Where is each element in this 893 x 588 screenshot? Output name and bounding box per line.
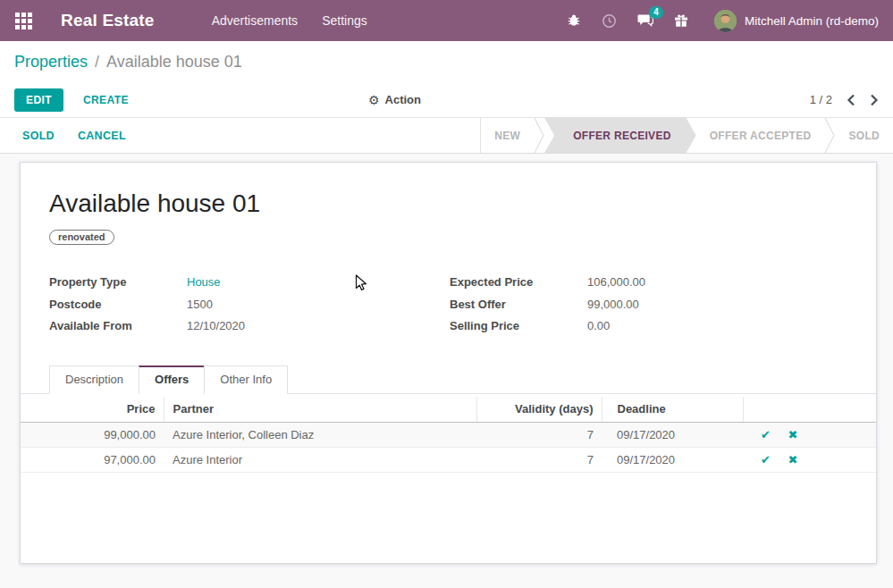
accept-offer-icon[interactable]: ✔ — [761, 428, 771, 441]
navbar-right: 4 Mitchell Admin (rd-demo) — [566, 10, 879, 32]
field-groups: Property Type House Postcode 1500 Availa… — [49, 272, 847, 338]
pager: 1 / 2 — [810, 93, 879, 106]
notebook-tabs: Description Offers Other Info — [21, 365, 876, 394]
breadcrumb-parent[interactable]: Properties — [14, 53, 88, 71]
property-type-link[interactable]: House — [187, 272, 450, 294]
breadcrumb-current: Available house 01 — [106, 53, 242, 71]
col-validity[interactable]: Validity (days) — [476, 397, 602, 423]
pager-counter: 1 / 2 — [810, 93, 832, 106]
edit-button[interactable]: EDIT — [14, 88, 63, 112]
field-property-type: Property Type House — [49, 272, 450, 294]
offer-deadline[interactable]: 09/17/2020 — [602, 447, 743, 472]
top-navbar: Real Estate Advertisements Settings 4 — [0, 0, 893, 41]
state-chevron-icon — [824, 118, 835, 153]
form-sheet: Available house 01 renovated Property Ty… — [20, 162, 877, 564]
field-group-right: Expected Price 106,000.00 Best Offer 99,… — [450, 272, 847, 338]
gift-icon[interactable] — [673, 13, 689, 29]
statusbar-buttons: SOLD CANCEL — [0, 118, 126, 153]
action-label: Action — [385, 93, 421, 106]
main-menu: Advertisements Settings — [212, 13, 367, 28]
field-expected-price: Expected Price 106,000.00 — [450, 272, 847, 294]
accept-offer-icon[interactable]: ✔ — [761, 453, 771, 466]
field-group-left: Property Type House Postcode 1500 Availa… — [49, 272, 450, 338]
offer-row[interactable]: 99,000.00 Azure Interior, Colleen Diaz 7… — [21, 422, 876, 447]
field-postcode: Postcode 1500 — [49, 294, 450, 316]
col-deadline[interactable]: Deadline — [602, 397, 743, 423]
offer-price[interactable]: 99,000.00 — [21, 422, 164, 447]
breadcrumb: Properties / Available house 01 — [0, 41, 893, 82]
control-buttons-row: EDIT CREATE ⚙ Action 1 / 2 — [0, 82, 893, 117]
app-title[interactable]: Real Estate — [61, 11, 155, 30]
tab-description[interactable]: Description — [49, 365, 139, 394]
user-avatar — [714, 10, 737, 32]
activities-clock-icon[interactable] — [602, 13, 618, 29]
message-count-badge: 4 — [649, 6, 663, 19]
field-selling-price: Selling Price 0.00 — [450, 315, 847, 338]
offer-validity[interactable]: 7 — [476, 422, 602, 447]
state-sold[interactable]: SOLD — [835, 118, 893, 153]
control-panel: Properties / Available house 01 EDIT CRE… — [0, 41, 893, 118]
create-button[interactable]: CREATE — [83, 94, 129, 106]
offers-table: Price Partner Validity (days) Deadline 9… — [21, 397, 876, 473]
field-best-offer: Best Offer 99,000.00 — [450, 294, 847, 316]
cancel-button[interactable]: CANCEL — [78, 130, 126, 142]
menu-advertisements[interactable]: Advertisements — [212, 13, 298, 28]
offer-partner[interactable]: Azure Interior, Colleen Diaz — [164, 422, 476, 447]
offers-header-row: Price Partner Validity (days) Deadline — [21, 397, 876, 423]
state-chevron-icon — [534, 118, 544, 153]
record-title: Available house 01 — [49, 189, 847, 218]
offer-deadline[interactable]: 09/17/2020 — [602, 422, 743, 447]
user-name: Mitchell Admin (rd-demo) — [745, 14, 879, 28]
offer-price[interactable]: 97,000.00 — [21, 447, 164, 472]
refuse-offer-icon[interactable]: ✖ — [788, 453, 798, 466]
tag-renovated[interactable]: renovated — [49, 230, 114, 245]
field-available-from: Available From 12/10/2020 — [49, 315, 450, 338]
pager-next-icon[interactable] — [870, 94, 879, 106]
status-pipeline: NEW OFFER RECEIVED OFFER ACCEPTED SOLD — [480, 118, 893, 153]
col-partner[interactable]: Partner — [164, 397, 476, 423]
offer-partner[interactable]: Azure Interior — [164, 447, 476, 472]
offer-row[interactable]: 97,000.00 Azure Interior 7 09/17/2020 ✔ … — [21, 447, 876, 472]
refuse-offer-icon[interactable]: ✖ — [788, 428, 798, 441]
debug-bug-icon[interactable] — [566, 13, 582, 29]
offer-validity[interactable]: 7 — [476, 447, 602, 472]
breadcrumb-separator: / — [95, 53, 99, 71]
apps-grid-icon[interactable] — [13, 10, 34, 31]
menu-settings[interactable]: Settings — [322, 13, 367, 28]
state-new[interactable]: NEW — [481, 118, 534, 153]
pager-previous-icon[interactable] — [847, 94, 855, 106]
user-menu[interactable]: Mitchell Admin (rd-demo) — [714, 10, 879, 32]
tab-offers[interactable]: Offers — [139, 365, 205, 394]
sold-button[interactable]: SOLD — [22, 130, 55, 142]
gear-icon: ⚙ — [368, 93, 380, 107]
state-offer-accepted[interactable]: OFFER ACCEPTED — [696, 118, 825, 153]
statusbar: SOLD CANCEL NEW OFFER RECEIVED OFFER ACC… — [0, 118, 893, 154]
action-menu[interactable]: ⚙ Action — [368, 93, 421, 107]
state-offer-received[interactable]: OFFER RECEIVED — [544, 118, 696, 153]
tab-other-info[interactable]: Other Info — [204, 365, 288, 394]
col-price[interactable]: Price — [21, 397, 164, 423]
form-view: Available house 01 renovated Property Ty… — [0, 154, 893, 588]
messages-icon[interactable]: 4 — [637, 13, 653, 29]
col-actions — [743, 397, 876, 423]
